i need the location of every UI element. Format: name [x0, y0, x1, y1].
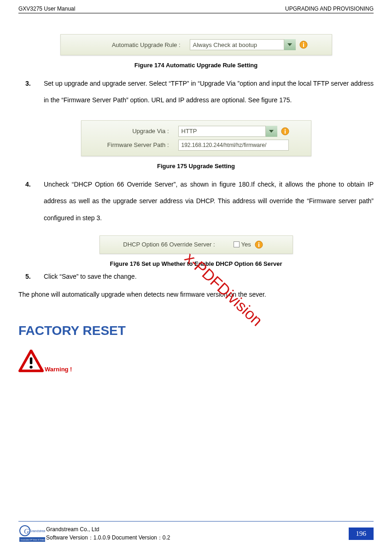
- fig176-label: DHCP Option 66 Override Server :: [105, 241, 224, 248]
- page-number: 196: [349, 528, 374, 540]
- fig174-label: Automatic Upgrade Rule :: [65, 41, 190, 48]
- svg-text:Innovative IP Voice & Video: Innovative IP Voice & Video: [21, 539, 45, 541]
- footer-version: Software Version：1.0.0.9 Document Versio…: [46, 533, 349, 542]
- fig176-checkbox[interactable]: [234, 241, 240, 247]
- header-left: GXV3275 User Manual: [18, 6, 75, 12]
- figure175-panel: Upgrade Via : HTTP Firmware Server Path …: [81, 120, 311, 156]
- fig176-caption: Figure 176 Set up Whether to Enable DHCP…: [18, 260, 374, 267]
- info-icon[interactable]: [299, 41, 308, 49]
- fig174-select[interactable]: Always Check at bootup: [190, 39, 296, 50]
- fig175-upgrade-via-select[interactable]: HTTP: [178, 126, 277, 137]
- step5-text: 5. Click “Save” to save the change.: [44, 271, 374, 282]
- svg-rect-4: [285, 129, 286, 130]
- header-right: UPGRADING AND PROVISIONING: [285, 6, 374, 12]
- footer-rule: [18, 521, 374, 522]
- step5-num: 5.: [25, 271, 31, 282]
- warning-label: Warning !: [45, 366, 72, 373]
- fig175-caption: Figure 175 Upgrade Setting: [18, 163, 374, 170]
- fig174-select-value: Always Check at bootup: [193, 41, 257, 48]
- figure174-panel: Automatic Upgrade Rule : Always Check at…: [60, 34, 332, 55]
- warning-icon: [18, 350, 44, 375]
- step4-num: 4.: [25, 176, 31, 193]
- fig174-caption: Figure 174 Automatic Upgrade Rule Settin…: [18, 62, 374, 69]
- closing-text: The phone will automatically upgrade whe…: [18, 291, 374, 298]
- svg-rect-9: [30, 358, 33, 364]
- svg-text:G: G: [24, 528, 29, 535]
- info-icon[interactable]: [255, 240, 263, 249]
- svg-rect-2: [303, 44, 304, 47]
- fig175-r1-value: HTTP: [181, 128, 197, 135]
- fig175-r1-label: Upgrade Via :: [86, 128, 178, 135]
- svg-point-10: [29, 366, 32, 369]
- info-icon[interactable]: [281, 127, 289, 135]
- step3-num: 3.: [25, 75, 31, 92]
- fig175-r2-label: Firmware Server Path :: [86, 141, 178, 148]
- step3-text: 3. Set up upgrade and upgrade server. Se…: [44, 75, 374, 109]
- step4-text: 4. Uncheck “DHCP Option 66 Override Serv…: [44, 176, 374, 226]
- factory-reset-heading: FACTORY RESET: [18, 323, 374, 338]
- grandstream-logo: G Grandstream Innovative IP Voice & Vide…: [18, 525, 46, 542]
- svg-rect-1: [303, 42, 304, 43]
- figure176-panel: DHCP Option 66 Override Server : Yes: [99, 235, 293, 254]
- svg-rect-8: [258, 244, 259, 247]
- chevron-down-icon[interactable]: [265, 126, 277, 137]
- warning-row: Warning !: [18, 350, 374, 375]
- footer: G Grandstream Innovative IP Voice & Vide…: [18, 521, 374, 542]
- fig175-firmware-path-input[interactable]: 192.168.120.244/html/hz/firmware/: [178, 140, 289, 151]
- fig176-cb-text: Yes: [241, 241, 251, 248]
- footer-company: Grandstream Co., Ltd: [46, 525, 349, 533]
- fig175-r2-value: 192.168.120.244/html/hz/firmware/: [181, 142, 267, 148]
- svg-rect-7: [258, 242, 259, 243]
- svg-rect-5: [285, 130, 286, 134]
- svg-text:Grandstream: Grandstream: [29, 529, 45, 533]
- chevron-down-icon[interactable]: [284, 39, 296, 50]
